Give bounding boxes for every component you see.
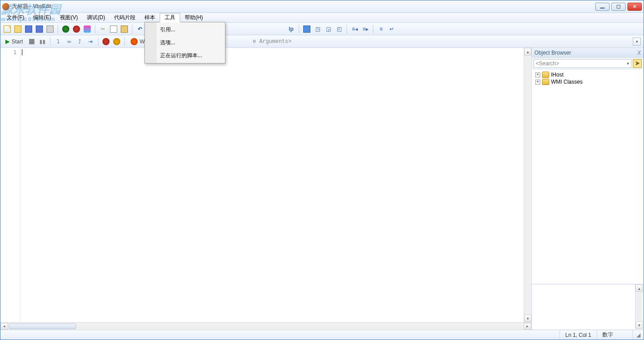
print-button[interactable] bbox=[45, 24, 55, 34]
editor-pane: 1 ▴ ▾ ◂ ▸ bbox=[0, 48, 531, 330]
object-tree[interactable]: + IHost + WMI Classes bbox=[532, 69, 644, 283]
scroll-up[interactable]: ▴ bbox=[636, 285, 643, 292]
tree-node-ihost[interactable]: + IHost bbox=[533, 71, 643, 78]
minimize-button[interactable] bbox=[595, 3, 610, 11]
folder-icon bbox=[542, 72, 549, 78]
bookmark-button[interactable]: ◰ bbox=[334, 24, 344, 34]
app-icon bbox=[2, 3, 9, 10]
window-title: 无标题 - VbsEdit bbox=[12, 3, 51, 10]
tree-node-wmi[interactable]: + WMI Classes bbox=[533, 78, 643, 85]
details-scrollbar[interactable]: ▴ ▾ bbox=[635, 285, 643, 329]
step-out-button[interactable]: ⤴ bbox=[75, 37, 85, 47]
menu-options[interactable]: 选项... bbox=[146, 36, 224, 49]
scroll-track[interactable] bbox=[8, 323, 524, 330]
object-details-pane: ▴ ▾ bbox=[533, 284, 643, 329]
menu-file[interactable]: 文件(F) bbox=[2, 13, 29, 22]
menu-tools[interactable]: 工具 bbox=[160, 13, 180, 22]
menu-sample[interactable]: 样本 bbox=[140, 13, 160, 22]
object-browser-panel: Object Browser X <Search> ▾ ⮞ + IHost + bbox=[531, 48, 644, 330]
help-label-fragment: lp bbox=[289, 26, 294, 32]
save-button[interactable] bbox=[24, 24, 34, 34]
globe1-button[interactable] bbox=[61, 24, 71, 34]
toggle-breakpoint-button[interactable] bbox=[101, 37, 111, 47]
menu-help[interactable]: 帮助(H) bbox=[180, 13, 208, 22]
copy-button[interactable] bbox=[109, 24, 119, 34]
panel-title-text: Object Browser bbox=[534, 50, 571, 56]
code-area[interactable] bbox=[20, 48, 524, 322]
stop-icon bbox=[29, 39, 34, 44]
menu-references[interactable]: 引用... bbox=[146, 23, 224, 36]
wrap-button[interactable]: ↵ bbox=[387, 24, 397, 34]
scroll-left[interactable]: ◂ bbox=[0, 323, 8, 330]
monitor-button[interactable] bbox=[302, 24, 312, 34]
separator bbox=[58, 25, 58, 34]
step-over-button[interactable]: ⤼ bbox=[64, 37, 74, 47]
clear-breakpoints-button[interactable] bbox=[112, 37, 122, 47]
tree-label: IHost bbox=[551, 72, 564, 78]
folder-icon bbox=[542, 79, 549, 85]
save-all-button[interactable] bbox=[34, 24, 44, 34]
search-go-button[interactable]: ⮞ bbox=[633, 59, 642, 68]
run-to-cursor-button[interactable]: ⇥ bbox=[85, 37, 95, 47]
start-label: Start bbox=[12, 38, 23, 45]
cut-button[interactable]: ✂ bbox=[98, 24, 108, 34]
arguments-dropdown[interactable]: ▾ bbox=[633, 38, 641, 46]
paste-button[interactable] bbox=[119, 24, 129, 34]
tools-dropdown: 引用... 选项... 正在运行的脚本... bbox=[144, 22, 225, 64]
maximize-button[interactable] bbox=[611, 3, 626, 11]
status-bar: Ln 1, Col 1 数字 ◢ bbox=[0, 330, 644, 340]
expand-icon[interactable]: + bbox=[535, 72, 540, 77]
scroll-down[interactable]: ▾ bbox=[524, 314, 531, 322]
separator bbox=[373, 25, 373, 34]
scroll-up[interactable]: ▴ bbox=[524, 48, 531, 55]
step-into-button[interactable]: ⤵ bbox=[53, 37, 63, 47]
scroll-down[interactable]: ▾ bbox=[636, 321, 643, 329]
start-button[interactable]: ▶ Start bbox=[2, 37, 26, 47]
resize-grip[interactable]: ◢ bbox=[632, 330, 644, 340]
object-search-box[interactable]: <Search> ▾ bbox=[534, 59, 631, 68]
status-mode: 数字 bbox=[597, 330, 632, 340]
stop-button[interactable] bbox=[27, 37, 37, 47]
menu-view[interactable]: 视图(V) bbox=[55, 13, 82, 22]
separator bbox=[98, 37, 98, 46]
align-left-button[interactable]: ≡ bbox=[376, 24, 386, 34]
undo-button[interactable]: ↶ bbox=[135, 24, 145, 34]
comment-button[interactable]: ◳ bbox=[313, 24, 322, 34]
menu-bar: 文件(F) 编辑(E) 视图(V) 调试(D) 代码片段 样本 工具 帮助(H) bbox=[0, 13, 644, 23]
title-bar: 无标题 - VbsEdit ✕ bbox=[0, 0, 644, 13]
tree-label: WMI Classes bbox=[551, 79, 583, 85]
text-cursor bbox=[22, 49, 22, 55]
outdent-button[interactable]: ≡◂ bbox=[350, 24, 360, 34]
status-position: Ln 1, Col 1 bbox=[559, 330, 597, 340]
horizontal-scrollbar[interactable]: ◂ ▸ bbox=[0, 322, 531, 330]
separator bbox=[347, 25, 347, 34]
separator bbox=[50, 37, 51, 46]
menu-edit[interactable]: 编辑(E) bbox=[29, 13, 55, 22]
arguments-field[interactable]: e Arguments> bbox=[251, 38, 632, 45]
vertical-scrollbar[interactable]: ▴ ▾ bbox=[524, 48, 531, 322]
separator bbox=[95, 25, 95, 34]
uncomment-button[interactable]: ◲ bbox=[323, 24, 333, 34]
close-button[interactable]: ✕ bbox=[627, 3, 642, 11]
menu-running-scripts[interactable]: 正在运行的脚本... bbox=[146, 49, 224, 62]
line-number: 1 bbox=[0, 49, 17, 55]
search-placeholder: <Search> bbox=[536, 60, 559, 67]
indent-button[interactable]: ≡▸ bbox=[360, 24, 370, 34]
palette-button[interactable] bbox=[82, 24, 92, 34]
menu-codefrag[interactable]: 代码片段 bbox=[110, 13, 140, 22]
separator bbox=[132, 25, 132, 34]
new-file-button[interactable] bbox=[2, 24, 12, 34]
menu-debug[interactable]: 调试(D) bbox=[82, 13, 110, 22]
search-dropdown-icon[interactable]: ▾ bbox=[627, 61, 629, 66]
line-gutter: 1 bbox=[0, 48, 20, 322]
main-toolbar: ✂ ↶ ↷ Snippets ▾ lp ◳ ◲ ◰ ≡◂ ≡▸ ≡ ↵ bbox=[0, 23, 644, 35]
expand-icon[interactable]: + bbox=[535, 80, 540, 85]
play-icon: ▶ bbox=[5, 38, 10, 45]
globe2-button[interactable] bbox=[72, 24, 81, 34]
open-file-button[interactable] bbox=[13, 24, 23, 34]
scroll-right[interactable]: ▸ bbox=[524, 323, 531, 330]
separator bbox=[299, 25, 299, 34]
panel-close-button[interactable]: X bbox=[637, 50, 641, 56]
pause-button[interactable]: ▮▮ bbox=[38, 37, 47, 47]
scroll-thumb[interactable] bbox=[9, 323, 76, 329]
